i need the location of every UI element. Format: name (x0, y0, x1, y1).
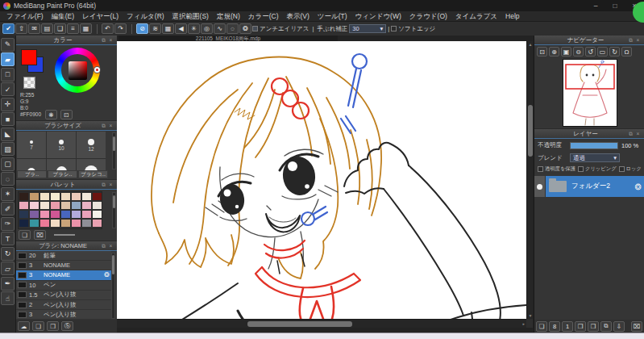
popout-icon[interactable]: ⧉ (100, 37, 107, 44)
palette-swatch[interactable] (29, 210, 39, 219)
close-icon[interactable]: × (634, 37, 642, 43)
menu-item-4[interactable]: フィルタ(R) (123, 11, 168, 22)
new-1bit-layer-button[interactable]: 1 (562, 321, 573, 332)
palette-swatch[interactable] (50, 210, 60, 219)
palette-swatch[interactable] (39, 210, 50, 219)
undo-button[interactable]: ↶ (102, 23, 114, 34)
scrollbar-thumb[interactable] (113, 195, 115, 208)
close-icon[interactable]: × (107, 123, 114, 128)
palette-swatch[interactable] (19, 201, 29, 210)
add-color-button[interactable]: ❏ (19, 230, 31, 240)
curve-button[interactable]: ∿ (214, 23, 226, 34)
menu-item-12[interactable]: タイムラプス (451, 11, 501, 22)
brush-size-scrollbar[interactable] (112, 132, 116, 170)
gradient-tool[interactable]: ▧ (1, 142, 15, 156)
no-correction-button[interactable]: ⊘ (136, 23, 148, 34)
stabilizer-dropdown[interactable]: 30 ▾ (349, 24, 386, 33)
popout-icon[interactable]: ⧉ (627, 37, 634, 44)
fill-shape-tool[interactable]: ■ (1, 112, 15, 126)
minimize-button[interactable]: – (586, 0, 605, 11)
layer-checkbox-2[interactable]: クリッピング (578, 165, 617, 173)
close-icon[interactable]: × (107, 37, 114, 43)
color-wheel[interactable] (55, 48, 100, 93)
palette-scrollbar[interactable] (112, 192, 116, 228)
palette-swatch[interactable] (19, 210, 29, 219)
brush-tool[interactable]: ✎ (1, 38, 15, 52)
tab-brush-3[interactable]: ブラシコ‥ (78, 170, 108, 178)
layer-settings-gear-icon[interactable]: ❂ (635, 182, 642, 191)
palette-swatch[interactable] (71, 192, 81, 201)
scroll-down-icon[interactable]: ▼ (527, 313, 534, 318)
maximize-button[interactable]: □ (605, 0, 625, 11)
dashed-circle-button[interactable]: ◌ (226, 23, 239, 34)
rotate-right-button[interactable]: ↻ (609, 47, 620, 56)
tone-grid-button[interactable]: ▦ (162, 23, 174, 34)
palette-swatch[interactable] (39, 201, 50, 210)
brush-item[interactable]: 3NONAME (16, 261, 111, 270)
brush-item[interactable]: 20鉛筆 (16, 251, 111, 261)
scrollbar-thumb[interactable] (112, 255, 114, 274)
palette-swatch[interactable] (50, 201, 60, 210)
layer-checkbox-3[interactable]: ロック (619, 165, 642, 173)
redo-button[interactable]: ↷ (114, 23, 127, 34)
scroll-right-icon[interactable]: ▸ (522, 321, 525, 326)
popout-icon[interactable]: ⧉ (100, 243, 107, 249)
delete-color-button[interactable]: ⌧ (34, 230, 46, 240)
brush-settings-gear-icon[interactable]: ❂ (104, 271, 110, 278)
canvas-horizontal-scrollbar[interactable]: ▸ (117, 319, 526, 328)
opacity-slider[interactable] (570, 142, 618, 149)
scrollbar-thumb[interactable] (247, 321, 352, 327)
add-brush-button[interactable]: ❏ (32, 321, 44, 331)
palette-swatch[interactable] (50, 219, 60, 228)
spoit-mode-button[interactable]: ⊡ (60, 110, 73, 119)
rotate-left-button[interactable]: ↺ (585, 47, 596, 56)
hand-tool[interactable]: ☝ (1, 291, 15, 305)
scrollbar-thumb[interactable] (113, 136, 115, 151)
brush-size-item[interactable]: 10 (47, 132, 76, 158)
palette-swatch[interactable] (92, 192, 102, 201)
menu-item-9[interactable]: ツール(T) (314, 11, 351, 22)
canvas[interactable] (117, 41, 526, 319)
palette-swatch[interactable] (19, 219, 29, 228)
transparent-color-swatch[interactable] (23, 77, 35, 89)
palette-swatch[interactable] (92, 210, 102, 219)
menu-item-10[interactable]: ウィンドウ(W) (351, 11, 405, 22)
new-folder-button[interactable]: ❒ (588, 321, 599, 332)
chat-panel-button[interactable]: ▤ (41, 23, 53, 34)
divide-tool[interactable]: ▱ (1, 262, 15, 275)
palette-swatch[interactable] (81, 201, 92, 210)
close-icon[interactable]: × (107, 243, 114, 249)
document-button[interactable]: ❏ (54, 23, 66, 34)
palette-swatch[interactable] (50, 192, 60, 201)
antialias-checkbox[interactable] (252, 26, 258, 31)
reset-frame-button[interactable]: ▭ (597, 47, 608, 56)
comment-button[interactable]: ✉ (28, 23, 40, 34)
cloud-check-button[interactable]: ✔ (2, 23, 15, 34)
delete-layer-button[interactable]: ⌧ (631, 321, 642, 332)
concentric-circles-button[interactable]: ◎ (201, 23, 213, 34)
select-eraser-tool[interactable]: ✑ (1, 217, 15, 231)
layer-row-main[interactable]: フォルダー2 ❂ (546, 176, 644, 197)
list-button[interactable]: ≡ (67, 23, 79, 34)
text-tool[interactable]: T (1, 232, 15, 245)
palette-swatch[interactable] (92, 201, 102, 210)
palette-swatch[interactable] (60, 192, 71, 201)
burst-button[interactable]: ✳ (188, 23, 200, 34)
script-brush-button[interactable]: Ⓢ (61, 321, 73, 331)
scroll-up-icon[interactable]: ▲ (527, 42, 534, 47)
blend-dropdown[interactable]: 通過 ▾ (570, 153, 620, 162)
eraser-tool[interactable]: ▰ (1, 52, 15, 66)
menu-item-11[interactable]: クラウド(O) (405, 11, 451, 22)
menu-item-7[interactable]: カラー(C) (244, 11, 283, 22)
cloud-brush-button[interactable]: ☁ (18, 321, 30, 331)
menu-item-2[interactable]: 編集(E) (48, 11, 78, 22)
brush-item[interactable]: 2ペン(入り抜 (16, 300, 111, 310)
palette-swatch[interactable] (60, 210, 71, 219)
palette-swatch[interactable] (71, 219, 81, 228)
brush-item[interactable]: 10ペン (16, 281, 111, 291)
layer-checkbox-1[interactable]: 透明度を保護 (538, 165, 575, 173)
palette-swatch[interactable] (39, 219, 50, 228)
palette-swatch[interactable] (81, 192, 92, 201)
brush-list-scrollbar[interactable] (111, 253, 115, 319)
magic-wand-tool[interactable]: ✶ (1, 187, 15, 201)
